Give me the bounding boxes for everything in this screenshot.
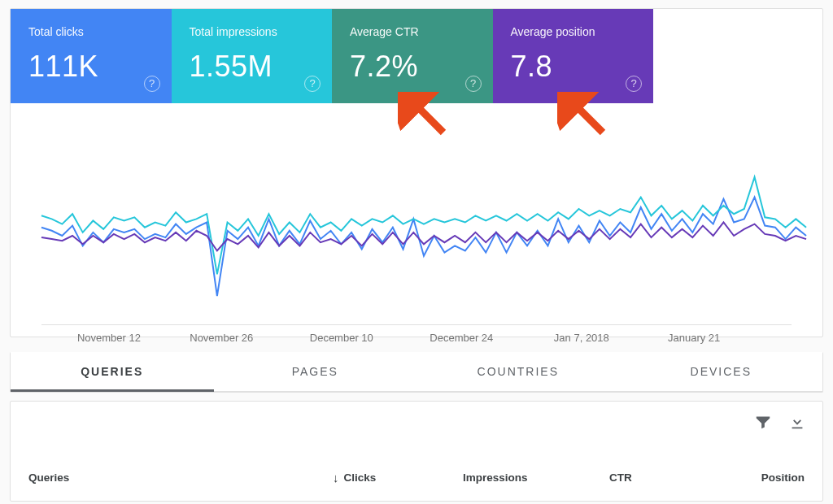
- x-axis-tick-label: January 21: [668, 332, 720, 344]
- tile-value: 7.8: [511, 50, 636, 84]
- tab-queries[interactable]: QUERIES: [11, 352, 214, 392]
- help-icon[interactable]: ?: [304, 76, 321, 92]
- download-icon[interactable]: [788, 413, 806, 431]
- x-axis-tick-label: December 10: [310, 332, 373, 344]
- x-axis-tick-label: December 24: [430, 332, 493, 344]
- metric-tiles: Total clicks 111K ? Total impressions 1.…: [11, 9, 653, 103]
- column-header-position[interactable]: Position: [731, 471, 805, 484]
- results-table: Queries ↓ Clicks Impressions CTR Positio…: [10, 401, 823, 502]
- help-icon[interactable]: ?: [465, 76, 482, 92]
- column-header-ctr[interactable]: CTR: [609, 471, 731, 484]
- chart-series-line: [41, 198, 806, 297]
- tile-label: Total clicks: [28, 25, 154, 38]
- tile-label: Total impressions: [190, 25, 315, 38]
- tab-countries[interactable]: COUNTRIES: [416, 352, 620, 392]
- column-header-impressions[interactable]: Impressions: [463, 471, 609, 484]
- x-axis-tick-label: November 26: [190, 332, 253, 344]
- performance-line-chart: [11, 103, 822, 324]
- tab-pages[interactable]: PAGES: [214, 352, 417, 392]
- help-icon[interactable]: ?: [144, 76, 160, 92]
- performance-chart-card: Total clicks 111K ? Total impressions 1.…: [10, 8, 823, 337]
- help-icon[interactable]: ?: [626, 76, 642, 92]
- x-axis-tick-label: November 12: [77, 332, 141, 344]
- x-axis-tick-label: Jan 7, 2018: [554, 332, 609, 344]
- filter-icon[interactable]: [754, 413, 772, 431]
- tab-devices[interactable]: DEVICES: [620, 352, 823, 392]
- tile-label: Average CTR: [350, 25, 475, 38]
- tile-value: 1.55M: [190, 50, 315, 84]
- column-header-queries[interactable]: Queries: [28, 471, 333, 484]
- dimension-tabs: QUERIES PAGES COUNTRIES DEVICES: [10, 352, 823, 393]
- tile-total-impressions[interactable]: Total impressions 1.55M ?: [172, 9, 333, 103]
- tile-value: 111K: [28, 50, 154, 84]
- chart-series-line: [41, 223, 806, 251]
- column-header-clicks[interactable]: ↓ Clicks: [333, 471, 463, 484]
- sort-descending-icon: ↓: [333, 471, 339, 484]
- table-column-headers: Queries ↓ Clicks Impressions CTR Positio…: [28, 471, 805, 484]
- tile-total-clicks[interactable]: Total clicks 111K ?: [11, 9, 172, 103]
- tile-average-ctr[interactable]: Average CTR 7.2% ?: [332, 9, 493, 103]
- chart-x-axis: November 12 November 26 December 10 Dece…: [41, 324, 792, 354]
- tile-label: Average position: [511, 25, 636, 38]
- tile-value: 7.2%: [350, 50, 475, 84]
- tile-average-position[interactable]: Average position 7.8 ?: [493, 9, 654, 103]
- chart-series-line: [41, 177, 806, 275]
